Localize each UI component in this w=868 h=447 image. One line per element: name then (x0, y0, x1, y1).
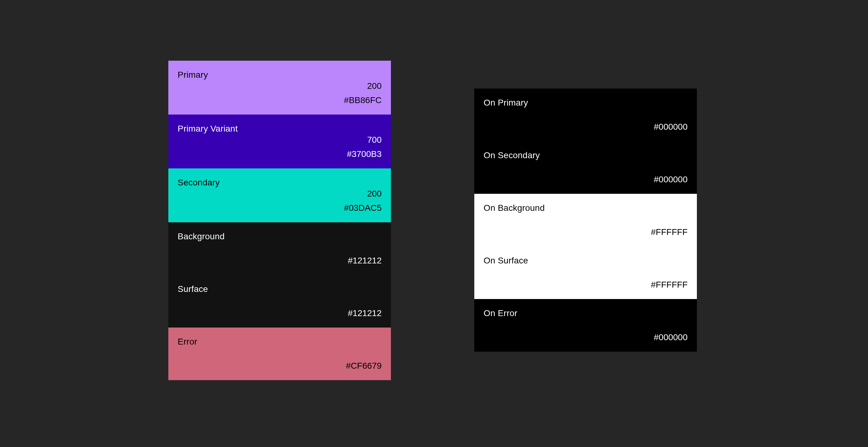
swatch-label: Secondary (178, 178, 382, 187)
swatch-label: On Background (484, 203, 688, 213)
swatch-label: Primary Variant (178, 124, 382, 134)
swatch-hex: #121212 (178, 308, 382, 318)
swatch-hex: #FFFFFF (484, 280, 688, 290)
swatch-label: On Error (484, 308, 688, 318)
swatch-hex: #000000 (484, 175, 688, 184)
swatch-on-background: On Background #FFFFFF (474, 194, 697, 246)
swatch-primary: Primary 200 #BB86FC (168, 61, 391, 114)
swatch-shade: 700 (178, 135, 382, 145)
swatch-hex: #121212 (178, 256, 382, 266)
swatch-label: On Surface (484, 256, 688, 266)
swatch-label: Error (178, 337, 382, 347)
on-color-palette: On Primary #000000 On Secondary #000000 … (474, 89, 697, 352)
swatch-on-error: On Error #000000 (474, 299, 697, 352)
swatch-hex: #FFFFFF (484, 227, 688, 237)
base-color-palette: Primary 200 #BB86FC Primary Variant 700 … (168, 61, 391, 380)
swatch-hex: #3700B3 (178, 149, 382, 159)
swatch-on-surface: On Surface #FFFFFF (474, 246, 697, 299)
swatch-label: Surface (178, 284, 382, 294)
swatch-secondary: Secondary 200 #03DAC5 (168, 168, 391, 222)
swatch-label: On Secondary (484, 150, 688, 160)
swatch-error: Error #CF6679 (168, 328, 391, 380)
swatch-label: Primary (178, 70, 382, 80)
swatch-hex: #000000 (484, 333, 688, 342)
swatch-on-secondary: On Secondary #000000 (474, 141, 697, 194)
swatch-hex: #000000 (484, 122, 688, 132)
swatch-surface: Surface #121212 (168, 275, 391, 328)
swatch-shade: 200 (178, 189, 382, 199)
swatch-background: Background #121212 (168, 222, 391, 275)
swatch-primary-variant: Primary Variant 700 #3700B3 (168, 114, 391, 168)
swatch-label: On Primary (484, 98, 688, 108)
swatch-on-primary: On Primary #000000 (474, 89, 697, 141)
swatch-shade: 200 (178, 81, 382, 91)
swatch-hex: #CF6679 (178, 361, 382, 371)
swatch-hex: #03DAC5 (178, 203, 382, 213)
swatch-label: Background (178, 232, 382, 241)
swatch-hex: #BB86FC (178, 95, 382, 105)
